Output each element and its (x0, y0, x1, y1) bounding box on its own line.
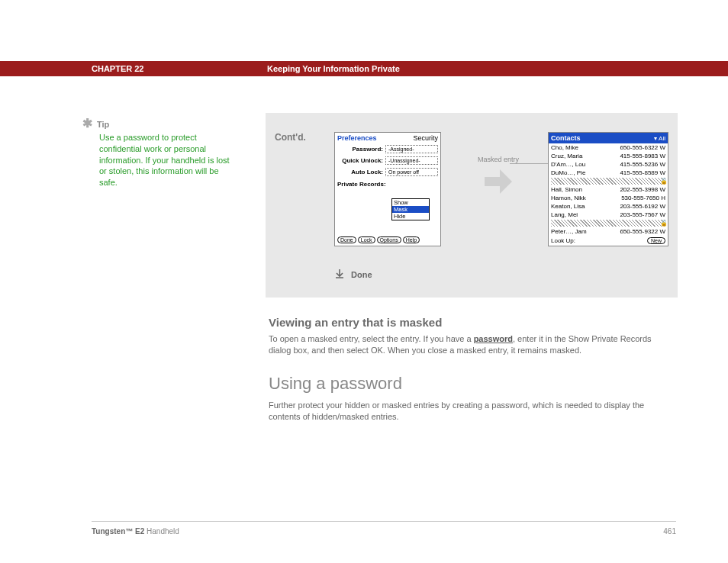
section-using: Using a password Further protect your hi… (269, 374, 665, 423)
tip-label: Tip (97, 119, 109, 130)
page-number: 461 (663, 527, 676, 536)
prefs-title: Preferences (337, 134, 377, 142)
continued-label: Cont'd. (275, 132, 306, 143)
viewing-body: To open a masked entry, select the entry… (269, 333, 665, 357)
quickunlock-label: Quick Unlock: (337, 157, 383, 164)
autolock-label: Auto Lock: (337, 169, 383, 175)
lock-icon: 🔒 (660, 178, 666, 184)
private-records-label: Private Records: (335, 178, 440, 188)
header-bar: CHAPTER 22 Keeping Your Information Priv… (0, 61, 728, 76)
options-button: Options (377, 236, 401, 243)
new-button: New (647, 237, 665, 244)
private-records-dropdown: Show Mask Hide (391, 198, 430, 220)
contacts-filter: ▾ All (654, 135, 665, 142)
option-hide: Hide (392, 213, 429, 220)
masked-row: 🔒 (551, 178, 665, 185)
masked-row: 🔒 (551, 220, 665, 227)
tip-text: Use a password to protect confidential w… (99, 132, 235, 188)
contact-row: Cruz, Maria415-555-8983 W (549, 152, 668, 160)
done-label: Done (351, 270, 372, 279)
quickunlock-value: -Unassigned- (385, 156, 438, 165)
using-body: Further protect your hidden or masked en… (269, 400, 665, 423)
using-heading: Using a password (269, 374, 665, 394)
footer: Tungsten™ E2 Handheld 461 (92, 527, 676, 536)
viewing-heading: Viewing an entry that is masked (269, 316, 665, 329)
contact-row: D'Am…, Lou415-555-5236 W (549, 160, 668, 169)
done-icon (334, 269, 345, 281)
contact-row: Lang, Mei203-555-7567 W (549, 211, 668, 219)
contact-row: Cho, Mike650-555-6322 W (549, 143, 668, 152)
contact-row: Peter…, Jam650-555-9322 W (549, 227, 668, 236)
arrow-icon (483, 166, 514, 199)
lock-icon: 🔒 (660, 220, 666, 226)
callout-line (510, 163, 549, 164)
product-name: Tungsten™ E2 Handheld (92, 527, 179, 536)
password-link[interactable]: password (474, 334, 513, 343)
help-button: Help (403, 236, 420, 243)
masked-entry-callout: Masked entry (478, 156, 519, 163)
footer-rule (92, 521, 676, 522)
section-viewing: Viewing an entry that is masked To open … (269, 316, 665, 357)
contacts-title: Contacts (551, 134, 581, 142)
done-button: Done (337, 236, 356, 243)
autolock-value: On power off (385, 168, 438, 176)
contacts-screenshot: Contacts ▾ All Cho, Mike650-555-6322 W C… (548, 132, 668, 246)
instruction-panel: Cont'd. Preferences Security Password:-A… (266, 113, 678, 298)
preferences-screenshot: Preferences Security Password:-Assigned-… (334, 132, 441, 246)
option-show: Show (392, 199, 429, 206)
contact-row: DuMo…, Pie415-555-8589 W (549, 169, 668, 177)
chapter-label: CHAPTER 22 (92, 64, 267, 73)
password-value: -Assigned- (385, 145, 438, 153)
prefs-subtitle: Security (413, 134, 438, 142)
lookup-label: Look Up: (551, 237, 575, 244)
tip-block: ✱ Tip Use a password to protect confiden… (82, 119, 235, 188)
page-title: Keeping Your Information Private (267, 64, 400, 73)
contact-row: Keaton, Lisa203-555-6192 W (549, 202, 668, 211)
password-label: Password: (337, 146, 383, 153)
asterisk-icon: ✱ (82, 119, 92, 130)
option-mask: Mask (392, 206, 429, 213)
contact-row: Hamon, Nikk530-555-7650 H (549, 194, 668, 202)
contact-row: Hall, Simon202-555-3998 W (549, 185, 668, 194)
lock-button: Lock (358, 236, 375, 243)
